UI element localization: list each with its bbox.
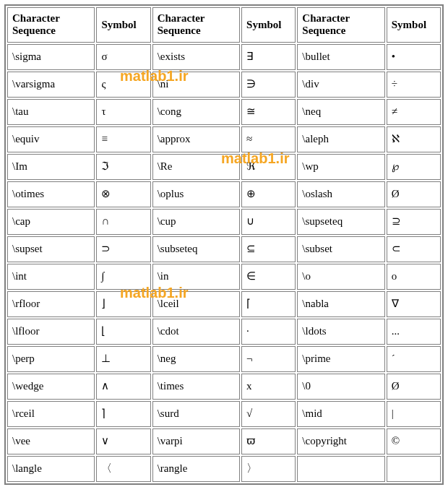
header-sym-2: Symbol [241,7,296,43]
sequence-cell: \cup [152,209,240,235]
symbol-cell [387,456,441,482]
symbol-cell: Ø [387,181,441,207]
symbol-cell: • [387,44,441,70]
table-row: \cap∩\cup∪\supseteq⊇ [7,209,441,235]
symbol-cell: | [387,401,441,427]
sequence-cell: \equiv [7,126,95,152]
sequence-cell: \neq [297,99,384,125]
sequence-cell: \sigma [7,44,95,70]
header-seq-2: Character Sequence [152,7,240,43]
symbol-cell: ≈ [241,126,296,152]
symbol-cell: ∧ [96,374,150,400]
sequence-cell: \copyright [297,428,384,454]
sequence-cell: \o [297,264,384,290]
symbol-cell: · [241,319,296,345]
symbol-cell: ∩ [96,209,150,235]
sequence-cell: \lceil [152,291,240,317]
sequence-cell: \rceil [7,401,95,427]
symbol-cell: ∪ [241,209,296,235]
table-row: \tauτ\cong≅\neq≠ [7,99,441,125]
table-row: \rceil⌉\surd√\mid| [7,401,441,427]
sequence-cell: \times [152,374,240,400]
sequence-cell: \supseteq [297,209,384,235]
sequence-cell: \otimes [7,181,95,207]
symbol-cell: Ø [387,374,441,400]
symbol-cell: ∈ [241,264,296,290]
sequence-cell: \tau [7,99,95,125]
symbol-cell: ⊥ [96,346,150,372]
symbol-cell: ∋ [241,72,296,98]
sequence-cell: \langle [7,456,95,482]
symbol-cell: x [241,374,296,400]
sequence-cell: \nabla [297,291,384,317]
symbol-cell: ⊗ [96,181,150,207]
symbol-cell: ⌋ [96,291,150,317]
sequence-cell: \mid [297,401,384,427]
symbol-table: Character Sequence Symbol Character Sequ… [4,4,444,485]
table-row: \rfloor⌋\lceil⌈\nabla∇ [7,291,441,317]
sequence-cell: \Im [7,154,95,180]
sequence-cell: \exists [152,44,240,70]
table-row: \varsigmaς\ni∋\div÷ [7,72,441,98]
table-row: \equiv≡\approx≈\alephℵ [7,126,441,152]
symbol-cell: ≅ [241,99,296,125]
sequence-cell [297,456,384,482]
sequence-cell: \aleph [297,126,384,152]
symbol-cell: 〈 [96,456,150,482]
table-row: \supset⊃\subseteq⊆\subset⊂ [7,236,441,262]
symbol-cell: ∇ [387,291,441,317]
sequence-cell: \wp [297,154,384,180]
symbol-cell: √ [241,401,296,427]
symbol-cell: ∨ [96,428,150,454]
symbol-cell: ⊆ [241,236,296,262]
sequence-cell: \rfloor [7,291,95,317]
symbol-cell: ⌉ [96,401,150,427]
symbol-cell: τ [96,99,150,125]
table-row: \perp⊥\neg¬\prime´ [7,346,441,372]
table-body: \sigmaσ\exists∃\bullet•\varsigmaς\ni∋\di… [7,44,441,482]
symbol-cell: ℑ [96,154,150,180]
symbol-cell: ℘ [387,154,441,180]
sequence-cell: \wedge [7,374,95,400]
sequence-cell: \varpi [152,428,240,454]
sequence-cell: \lfloor [7,319,95,345]
symbol-cell: ≠ [387,99,441,125]
symbol-cell: ∃ [241,44,296,70]
sequence-cell: \int [7,264,95,290]
sequence-cell: \prime [297,346,384,372]
header-seq-3: Character Sequence [297,7,384,43]
symbol-cell: © [387,428,441,454]
table-row: \otimes⊗\oplus⊕\oslashØ [7,181,441,207]
sequence-cell: \approx [152,126,240,152]
symbol-cell: ⊂ [387,236,441,262]
sequence-cell: \cap [7,209,95,235]
sequence-cell: \in [152,264,240,290]
symbol-cell: ≡ [96,126,150,152]
sequence-cell: \rangle [152,456,240,482]
sequence-cell: \ldots [297,319,384,345]
symbol-cell: ∫ [96,264,150,290]
symbol-cell: σ [96,44,150,70]
table-row: \lfloor⌊\cdot·\ldots... [7,319,441,345]
sequence-cell: \cong [152,99,240,125]
sequence-cell: \oslash [297,181,384,207]
header-sym-3: Symbol [387,7,441,43]
table-row: \vee∨\varpiϖ\copyright© [7,428,441,454]
sequence-cell: \0 [297,374,384,400]
table-row: \langle〈\rangle〉 [7,456,441,482]
sequence-cell: \subset [297,236,384,262]
symbol-cell: ο [387,264,441,290]
symbol-cell: ÷ [387,72,441,98]
sequence-cell: \Re [152,154,240,180]
symbol-cell: ´ [387,346,441,372]
table-row: \sigmaσ\exists∃\bullet• [7,44,441,70]
symbol-cell: ⊃ [96,236,150,262]
symbol-cell: ℜ [241,154,296,180]
sequence-cell: \surd [152,401,240,427]
sequence-cell: \vee [7,428,95,454]
sequence-cell: \div [297,72,384,98]
sequence-cell: \perp [7,346,95,372]
symbol-cell: ... [387,319,441,345]
table-row: \Imℑ\Reℜ\wp℘ [7,154,441,180]
sequence-cell: \neg [152,346,240,372]
